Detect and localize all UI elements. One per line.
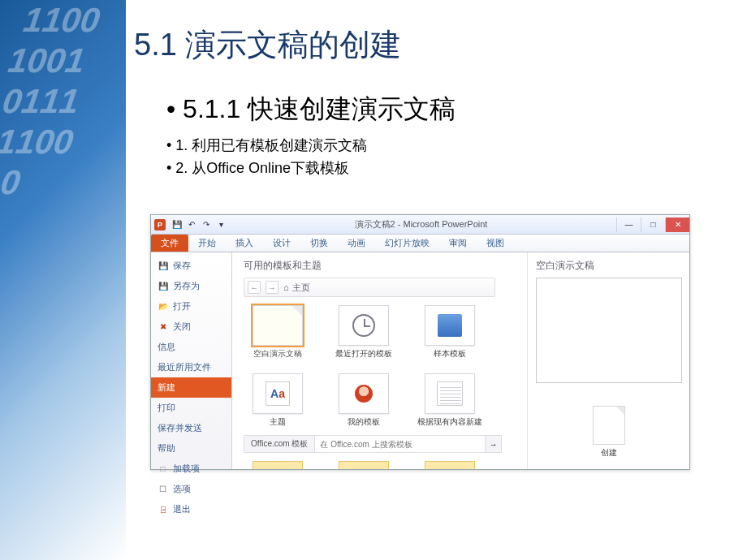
save-icon: 💾 xyxy=(158,261,168,271)
template-my[interactable]: 我的模板 xyxy=(330,373,398,427)
blank-presentation-icon xyxy=(253,305,303,346)
sidebar-label: 加载项 xyxy=(173,463,200,475)
quick-access-toolbar: 💾 ↶ ↷ ▾ xyxy=(172,220,226,230)
sidebar-item-print[interactable]: 打印 xyxy=(151,398,231,418)
sidebar-label: 保存 xyxy=(173,260,191,272)
template-label: 最近打开的模板 xyxy=(330,349,398,359)
nav-home[interactable]: ⌂主页 xyxy=(283,282,310,294)
sidebar-item-help[interactable]: 帮助 xyxy=(151,438,231,459)
template-label: 空白演示文稿 xyxy=(244,349,312,359)
window-title: 演示文稿2 - Microsoft PowerPoint xyxy=(226,218,616,230)
tab-home[interactable]: 开始 xyxy=(188,235,226,252)
tab-animations[interactable]: 动画 xyxy=(338,235,375,252)
qat-save-icon[interactable]: 💾 xyxy=(172,220,182,230)
preview-thumbnail xyxy=(536,278,682,383)
sidebar-item-close[interactable]: ✖关闭 xyxy=(151,317,231,337)
sidebar-label: 打印 xyxy=(158,402,175,414)
close-button[interactable]: ✕ xyxy=(665,218,689,232)
sidebar-label: 选项 xyxy=(173,483,191,495)
close-icon: ✖ xyxy=(158,321,168,332)
sidebar-label: 帮助 xyxy=(158,442,175,454)
nav-forward-button[interactable]: → xyxy=(266,281,279,294)
certificates-icon xyxy=(253,461,303,469)
sidebar-item-save[interactable]: 💾保存 xyxy=(151,256,231,276)
sidebar-item-addins[interactable]: □加载项 xyxy=(151,459,231,479)
sidebar-item-info[interactable]: 信息 xyxy=(151,337,231,357)
template-calendar[interactable]: 日历 xyxy=(330,461,398,469)
template-existing[interactable]: 根据现有内容新建 xyxy=(416,373,484,427)
tab-transitions[interactable]: 切换 xyxy=(300,235,338,252)
slide-content: 5.1 演示文稿的创建 5.1.1 快速创建演示文稿 1. 利用已有模板创建演示… xyxy=(0,0,747,178)
minimize-button[interactable]: — xyxy=(616,218,641,232)
templates-heading: 可用的模板和主题 xyxy=(244,259,516,273)
office-com-search-input[interactable] xyxy=(315,436,485,452)
create-label: 创建 xyxy=(536,448,681,458)
sidebar-item-saveas[interactable]: 💾另存为 xyxy=(151,276,231,296)
preview-heading: 空白演示文稿 xyxy=(536,259,681,273)
sample-templates-icon xyxy=(425,305,475,346)
calendar-icon xyxy=(339,461,389,469)
recent-templates-icon xyxy=(339,305,389,346)
home-icon: ⌂ xyxy=(283,282,289,292)
slide-point-2: 2. 从Office Online下载模板 xyxy=(166,158,715,178)
tab-review[interactable]: 审阅 xyxy=(439,235,477,252)
my-templates-icon xyxy=(339,373,389,414)
from-existing-icon xyxy=(425,373,475,414)
ribbon-tabs: 文件 开始 插入 设计 切换 动画 幻灯片放映 审阅 视图 xyxy=(151,235,689,252)
backstage-view: 💾保存 💾另存为 📂打开 ✖关闭 信息 最近所用文件 新建 打印 保存并发送 帮… xyxy=(151,252,689,469)
template-certificates[interactable]: 证书、奖状 xyxy=(244,461,312,469)
template-recent[interactable]: 最近打开的模板 xyxy=(330,305,398,359)
template-content-slides[interactable]: 内容幻灯片 xyxy=(416,461,484,469)
themes-icon: Aa xyxy=(253,373,303,414)
template-label: 我的模板 xyxy=(330,417,398,427)
nav-back-button[interactable]: ← xyxy=(248,281,261,294)
exit-icon: ⍈ xyxy=(158,504,168,515)
template-sample[interactable]: 样本模板 xyxy=(416,305,484,359)
qat-undo-icon[interactable]: ↶ xyxy=(187,220,196,230)
window-titlebar[interactable]: P 💾 ↶ ↷ ▾ 演示文稿2 - Microsoft PowerPoint —… xyxy=(151,215,689,235)
options-icon: ☐ xyxy=(158,484,168,494)
tab-slideshow[interactable]: 幻灯片放映 xyxy=(375,235,439,252)
sidebar-label: 另存为 xyxy=(173,280,200,292)
qat-dropdown-icon[interactable]: ▾ xyxy=(216,220,226,230)
sidebar-item-recent[interactable]: 最近所用文件 xyxy=(151,357,231,377)
slide-subheading: 5.1.1 快速创建演示文稿 xyxy=(166,92,715,127)
office-com-label: Office.com 模板 xyxy=(244,436,315,452)
template-nav: ← → ⌂主页 xyxy=(244,278,495,297)
sidebar-label: 退出 xyxy=(173,503,191,515)
powerpoint-window: P 💾 ↶ ↷ ▾ 演示文稿2 - Microsoft PowerPoint —… xyxy=(150,214,690,470)
tab-file[interactable]: 文件 xyxy=(151,235,188,252)
sidebar-item-exit[interactable]: ⍈退出 xyxy=(151,499,231,519)
qat-redo-icon[interactable]: ↷ xyxy=(201,220,211,230)
tab-insert[interactable]: 插入 xyxy=(226,235,263,252)
template-theme[interactable]: Aa 主题 xyxy=(244,373,312,427)
sidebar-item-options[interactable]: ☐选项 xyxy=(151,479,231,499)
sidebar-label: 关闭 xyxy=(173,321,191,333)
sidebar-label: 新建 xyxy=(158,381,175,394)
office-com-search-button[interactable]: → xyxy=(485,436,501,452)
backstage-sidebar: 💾保存 💾另存为 📂打开 ✖关闭 信息 最近所用文件 新建 打印 保存并发送 帮… xyxy=(151,252,232,469)
template-label: 主题 xyxy=(244,417,312,427)
office-com-search: Office.com 模板 → xyxy=(244,435,502,453)
maximize-button[interactable]: □ xyxy=(641,218,665,232)
create-button[interactable]: 创建 xyxy=(536,406,681,458)
sidebar-label: 保存并发送 xyxy=(158,422,202,434)
create-icon xyxy=(593,406,625,445)
sidebar-label: 打开 xyxy=(173,300,191,312)
powerpoint-app-icon: P xyxy=(154,219,166,230)
slide-point-1: 1. 利用已有模板创建演示文稿 xyxy=(166,136,715,155)
template-label: 根据现有内容新建 xyxy=(416,417,484,427)
tab-view[interactable]: 视图 xyxy=(477,235,514,252)
sidebar-item-open[interactable]: 📂打开 xyxy=(151,296,231,317)
sidebar-label: 信息 xyxy=(158,341,175,353)
sidebar-item-savesend[interactable]: 保存并发送 xyxy=(151,418,231,438)
office-template-grid: 证书、奖状 日历 内容幻灯片 xyxy=(244,461,503,469)
backstage-main: 可用的模板和主题 ← → ⌂主页 空白演示文稿 最近打开的模板 样本模板 xyxy=(232,252,527,469)
addins-icon: □ xyxy=(158,463,168,474)
template-label: 样本模板 xyxy=(416,349,484,359)
save-as-icon: 💾 xyxy=(158,281,168,291)
sidebar-label: 最近所用文件 xyxy=(158,361,211,373)
tab-design[interactable]: 设计 xyxy=(263,235,300,252)
sidebar-item-new[interactable]: 新建 xyxy=(151,377,231,398)
template-blank[interactable]: 空白演示文稿 xyxy=(244,305,312,359)
